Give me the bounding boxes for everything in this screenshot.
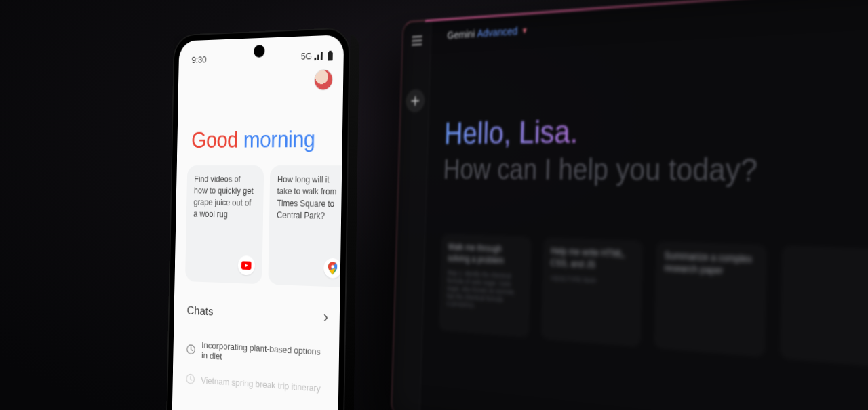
svg-point-6 [186,374,195,384]
phone-frame: 9:30 5G Good [165,27,351,410]
tablet-main: Gemini Advanced ▼ Hello, Lisa. How can I… [420,0,868,410]
tablet-card[interactable] [779,245,868,369]
tablet-card-title: Help me write HTML, CSS, and JS [550,246,635,273]
brand-tier: Advanced [477,24,518,39]
caret-down-icon: ▼ [521,26,528,35]
svg-point-5 [187,345,195,354]
svg-point-4 [331,265,334,268]
chat-item[interactable]: Vietnam spring break trip itinerary [185,367,327,402]
hero-greeting: Hello, Lisa. How can I help you today? [443,102,868,190]
maps-icon [323,258,342,279]
hero-prompt: How can I help you today? [443,150,868,190]
status-time: 9:30 [192,54,207,65]
tablet-card[interactable]: Help me write HTML, CSS, and JS <!DOCTYP… [540,237,644,347]
chat-item[interactable]: Incorporating plant-based options in die… [186,332,328,375]
tablet-card[interactable]: Walk me through solving a problem Step 1… [439,233,532,338]
new-chat-button[interactable] [405,89,425,112]
chat-title: Vietnam spring break trip itinerary [201,375,321,394]
svg-rect-1 [329,50,332,52]
history-icon [186,344,195,355]
battery-icon [327,50,334,60]
svg-rect-2 [241,261,252,270]
suggestion-text: Find videos of how to quickly get grape … [193,173,256,221]
svg-rect-0 [328,52,333,60]
svg-point-3 [331,265,334,268]
app-header [178,63,344,96]
chevron-right-icon: › [323,308,328,327]
brand-name: Gemini [447,27,475,41]
network-label: 5G [301,51,312,62]
suggestion-card[interactable]: Find videos of how to quickly get grape … [185,165,264,284]
greeting-word-2: morning [238,126,315,152]
signal-icon [314,52,324,60]
tablet-screen: Gemini Advanced ▼ Hello, Lisa. How can I… [391,0,868,410]
hero-hello: Hello, Lisa. [443,102,868,150]
suggestion-card[interactable]: How long will it take to walk from Times… [268,165,342,287]
history-icon [186,373,195,385]
tablet-suggestion-cards: Walk me through solving a problem Step 1… [439,233,868,380]
suggestion-text: How long will it take to walk from Times… [277,174,342,222]
avatar[interactable] [314,69,334,91]
brand-selector[interactable]: Gemini Advanced ▼ [447,0,868,41]
menu-icon[interactable] [409,30,425,50]
tablet-card[interactable]: Summarize a complex research paper [654,241,768,358]
tablet-card-body: Step 1: identify the chemical formula of… [446,269,524,313]
chats-section: Chats › Incorporating plant-based option… [172,281,340,402]
tablet-card-title: Summarize a complex research paper [664,250,758,279]
chats-header[interactable]: Chats › [186,302,328,327]
chats-label: Chats [186,304,213,319]
tablet-card-body: <!DOCTYPE html> [550,274,634,287]
status-right: 5G [301,50,334,62]
phone-device: 9:30 5G Good [165,27,351,410]
suggestion-cards[interactable]: Find videos of how to quickly get grape … [175,165,342,287]
scene: Gemini Advanced ▼ Hello, Lisa. How can I… [0,0,868,410]
greeting-word-1: Good [191,127,239,152]
phone-screen: 9:30 5G Good [172,35,344,410]
youtube-icon [238,255,256,276]
tablet-card-title: Walk me through solving a problem [448,242,524,268]
status-bar: 9:30 5G [179,35,344,68]
camera-hole [254,45,265,58]
tablet-device: Gemini Advanced ▼ Hello, Lisa. How can I… [391,0,868,410]
chat-title: Incorporating plant-based options in die… [201,340,328,368]
greeting: Good morning [177,93,343,165]
